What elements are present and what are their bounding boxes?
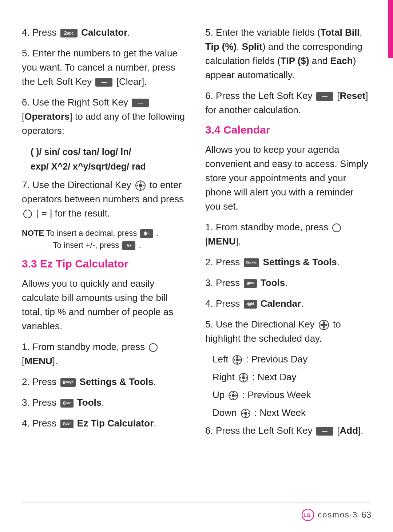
note-text-1-end: . — [157, 229, 159, 238]
nav-left-label: Left — [213, 354, 231, 365]
right-step-5: 5. Enter the variable fields (Total Bill… — [205, 25, 371, 82]
s33-step-2-text: 2. Press — [22, 376, 59, 387]
section-34-step-4: 4. Press 4ghi Calendar. — [205, 297, 371, 311]
s34-step-6-suffix: [Add]. — [337, 425, 363, 436]
key-8b-icon: 8def — [60, 420, 74, 428]
step-7: 7. Use the Directional Key to enter oper… — [22, 178, 188, 221]
s34-step-2-suffix: Settings & Tools — [263, 257, 337, 267]
operators-block: ( )/ sin/ cos/ tan/ log/ ln/ exp/ X^2/ x… — [31, 144, 188, 174]
section-34-step-1: 1. From standby mode, press [MENU]. — [205, 220, 371, 249]
note-block: NOTE To insert a decimal, press ✱+ . To … — [22, 227, 188, 251]
section-34-step-3: 3. Press 8tuv Tools. — [205, 276, 371, 290]
nav-directions-list: Left : Previous Day Right — [213, 352, 371, 420]
svg-point-34 — [244, 412, 247, 415]
footer-divider — [22, 503, 371, 503]
nav-up-icon — [228, 390, 238, 401]
svg-point-10 — [322, 323, 326, 327]
key-8c-icon: 8tuv — [244, 279, 257, 288]
step-4-suffix: Calculator — [81, 27, 127, 38]
section-34-step-5: 5. Use the Directional Key to highlight … — [205, 317, 371, 346]
nav-up-desc: : Previous Week — [242, 389, 311, 400]
note-label: NOTE — [22, 229, 44, 238]
footer-page-number: 63 — [361, 510, 371, 520]
section-34-heading: 3.4 Calendar — [205, 124, 371, 136]
menu-circle-icon-1 — [23, 209, 32, 219]
key-left-soft-clear-icon: — — [95, 78, 112, 87]
section-34-desc: Allows you to keep your agenda convenien… — [205, 143, 371, 214]
step-7-text: 7. Use the Directional Key — [22, 179, 134, 190]
svg-point-16 — [236, 358, 239, 361]
nav-up-label: Up — [213, 389, 227, 400]
step-4-text: Press — [32, 27, 59, 38]
key-2abc-icon: 2abc — [60, 29, 78, 37]
s33-step-1-text: 1. From standby mode, press — [22, 341, 147, 352]
svg-marker-11 — [323, 321, 325, 323]
key-plusminus-icon: #± — [122, 241, 135, 250]
right-step-6-text: 6. Press the Left Soft Key — [205, 90, 315, 101]
key-left-soft-reset-icon: — — [316, 92, 333, 101]
nav-right-label: Right — [213, 372, 237, 382]
note-text-2: To insert +/-, press — [53, 241, 122, 250]
svg-marker-14 — [326, 324, 328, 326]
step-6-suffix: [Operators] to add any of the following … — [22, 111, 185, 136]
right-column: 5. Enter the variable fields (Total Bill… — [205, 25, 371, 444]
key-decimal-icon: ✱+ — [140, 229, 153, 238]
nav-directional-icon-2 — [318, 319, 329, 330]
key-4-icon: 4ghi — [244, 300, 257, 309]
right-step-6: 6. Press the Left Soft Key — [Reset] for… — [205, 89, 371, 117]
footer-logo: LG — [302, 509, 314, 521]
nav-left-icon — [232, 355, 242, 365]
s34-step-6-text: 6. Press the Left Soft Key — [205, 425, 315, 436]
section-33-heading: 3.3 Ez Tip Calculator — [22, 258, 188, 270]
nav-up-item: Up : Previous Week — [213, 388, 371, 402]
section-34-step-2: 2. Press 9wxyz Settings & Tools. — [205, 255, 371, 269]
step-5: 5. Enter the numbers to get the value yo… — [22, 46, 188, 89]
section-33-step-1: 1. From standby mode, press [MENU]. — [22, 340, 188, 368]
svg-point-22 — [242, 376, 245, 379]
note-text-1: To insert a decimal, press — [46, 229, 139, 238]
key-left-soft-add-icon: — — [316, 427, 333, 436]
s34-step-3-text: 3. Press — [205, 277, 243, 288]
s33-step-2-suffix: Settings & Tools — [80, 376, 154, 387]
key-right-soft-icon: — — [132, 99, 149, 107]
s34-step-4-suffix: Calendar — [261, 298, 301, 309]
step-4: 4. Press 2abc Calculator. — [22, 25, 188, 40]
s34-step-4-text: 4. Press — [205, 298, 243, 309]
lg-circle-icon: LG — [302, 509, 314, 521]
operators-line1: ( )/ sin/ cos/ tan/ log/ ln/ — [31, 147, 131, 157]
section-33-desc: Allows you to quickly and easily calcula… — [22, 277, 188, 333]
s34-step-3-suffix: Tools — [261, 277, 285, 288]
nav-directional-icon-1 — [135, 180, 146, 191]
footer-product-name: cosmos·3 — [318, 510, 358, 520]
nav-down-desc: : Next Week — [254, 407, 306, 418]
key-8-icon: 8tuv — [60, 399, 74, 408]
s33-step-1-suffix: [MENU]. — [22, 356, 57, 366]
right-step-5-text: 5. Enter the variable fields (Total Bill… — [205, 27, 362, 80]
step-7-equals: [ = ] for the result. — [36, 208, 110, 219]
note-text-2-end: . — [139, 241, 141, 250]
s33-step-3-suffix: Tools — [77, 397, 102, 408]
nav-left-desc: : Previous Day — [246, 354, 307, 365]
step-6: 6. Use the Right Soft Key — [Operators] … — [22, 95, 188, 138]
menu-circle-icon-3 — [332, 223, 341, 233]
s34-step-1-text: 1. From standby mode, press — [205, 222, 331, 233]
nav-right-icon — [238, 373, 249, 383]
svg-marker-13 — [319, 324, 322, 326]
s34-step-5-text: 5. Use the Directional Key — [205, 319, 317, 330]
section-34-step-6: 6. Press the Left Soft Key — [Add]. — [205, 424, 371, 438]
nav-right-desc: : Next Day — [252, 372, 296, 382]
s33-step-4-suffix: Ez Tip Calculator — [77, 418, 154, 429]
two-column-layout: 4. Press 2abc Calculator. 5. Enter the n… — [22, 25, 371, 444]
svg-point-7 — [149, 344, 157, 352]
section-33-step-3: 3. Press 8tuv Tools. — [22, 396, 188, 410]
svg-point-6 — [24, 210, 32, 218]
svg-marker-4 — [136, 184, 138, 187]
left-column: 4. Press 2abc Calculator. 5. Enter the n… — [22, 25, 188, 444]
s34-step-1-suffix: [MENU]. — [205, 236, 241, 247]
step-5-suffix: [Clear]. — [116, 76, 147, 87]
svg-marker-3 — [139, 188, 142, 190]
nav-left-item: Left : Previous Day — [213, 352, 371, 366]
page-container: 4. Press 2abc Calculator. 5. Enter the n… — [0, 0, 393, 532]
svg-marker-5 — [143, 184, 145, 187]
svg-point-28 — [232, 394, 235, 397]
